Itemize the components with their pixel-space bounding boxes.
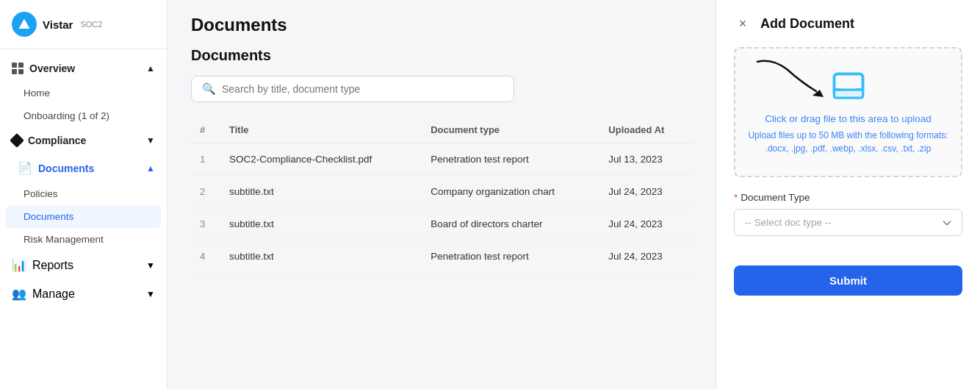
documents-table: # Title Document type Uploaded At 1 SOC2… [191,117,692,273]
row-uploaded: Jul 24, 2023 [599,176,692,208]
compliance-label: Compliance [28,135,86,146]
sidebar-item-documents-child[interactable]: Documents [6,205,161,228]
chevron-up-icon-2: ▲ [146,163,155,174]
table-row: 1 SOC2-Compliance-Checklist.pdf Penetrat… [191,143,692,176]
row-type: Penetration test report [422,143,599,176]
doc-type-label: * Document Type [734,192,962,203]
svg-rect-3 [834,90,862,98]
sidebar-item-home[interactable]: Home [0,82,167,104]
row-uploaded: Jul 24, 2023 [599,240,692,273]
grid-icon [12,63,24,74]
search-bar[interactable]: 🔍 [191,76,514,102]
row-title: subtitle.txt [220,240,422,273]
upload-zone[interactable]: Click or drag file to this area to uploa… [734,47,962,177]
section-title: Documents [191,47,692,64]
table-row: 2 subtitle.txt Company organization char… [191,176,692,208]
sidebar-nav: Overview ▲ Home Onboarding (1 of 2) Comp… [0,49,167,389]
row-type: Penetration test report [422,240,599,273]
doc-type-select[interactable]: -- Select doc type -- [734,209,962,236]
row-num: 3 [191,208,220,240]
required-star: * [734,192,738,203]
row-num: 1 [191,143,220,176]
logo-name: Vistar [43,18,73,31]
logo-badge: SOC2 [80,20,102,29]
sidebar-item-manage[interactable]: 👥 Manage ▼ [0,279,167,308]
add-document-panel: × Add Document Click or drag file to thi… [716,0,980,389]
submit-button[interactable]: Submit [734,265,962,296]
sidebar-item-documents-parent[interactable]: 📄 Documents ▲ [0,154,167,182]
row-uploaded: Jul 13, 2023 [599,143,692,176]
col-doc-type: Document type [422,117,599,143]
chevron-down-icon-2: ▼ [146,260,155,271]
documents-parent-label: Documents [38,163,94,174]
sidebar-item-reports[interactable]: 📊 Reports ▼ [0,251,167,279]
table-header-row: # Title Document type Uploaded At [191,117,692,143]
page-title: Documents [191,15,692,35]
search-input[interactable] [222,83,503,95]
sidebar-item-policies[interactable]: Policies [0,182,167,205]
row-title: subtitle.txt [220,208,422,240]
chevron-down-icon: ▼ [146,135,155,146]
svg-marker-0 [19,19,30,29]
row-num: 4 [191,240,220,273]
people-icon: 👥 [12,287,26,301]
inbox-icon [829,69,868,107]
sidebar-item-onboarding[interactable]: Onboarding (1 of 2) [0,104,167,127]
sidebar-item-compliance[interactable]: Compliance ▼ [0,127,167,154]
search-icon: 🔍 [202,82,216,96]
row-num: 2 [191,176,220,208]
row-uploaded: Jul 24, 2023 [599,208,692,240]
chart-icon: 📊 [12,258,26,272]
upload-secondary-text: Upload files up to 50 MB with the follow… [747,129,949,155]
upload-icon-container [747,69,949,107]
reports-label: Reports [32,259,73,272]
document-icon: 📄 [18,161,32,175]
overview-label: Overview [29,63,75,74]
row-title: subtitle.txt [220,176,422,208]
col-uploaded: Uploaded At [599,117,692,143]
sidebar-item-risk-management[interactable]: Risk Management [0,228,167,251]
manage-label: Manage [32,288,75,301]
logo-icon [12,12,37,37]
col-title: Title [220,117,422,143]
col-num: # [191,117,220,143]
row-title: SOC2-Compliance-Checklist.pdf [220,143,422,176]
doc-type-select-wrapper: -- Select doc type -- [734,209,962,251]
row-type: Company organization chart [422,176,599,208]
close-button[interactable]: × [734,15,752,32]
documents-section: Documents 🔍 # Title Document type Upload… [167,47,716,290]
diamond-icon [10,133,24,148]
sidebar-item-overview[interactable]: Overview ▲ [0,55,167,82]
table-row: 4 subtitle.txt Penetration test report J… [191,240,692,273]
doc-type-section: * Document Type -- Select doc type -- [734,192,962,265]
main-content: Documents Documents 🔍 # Title Document t… [167,0,716,389]
logo-area: Vistar SOC2 [0,0,167,49]
chevron-up-icon: ▲ [146,63,155,74]
sidebar: Vistar SOC2 Overview ▲ Home Onboarding (… [0,0,167,389]
page-header: Documents [167,0,716,47]
chevron-down-icon-3: ▼ [146,289,155,299]
table-row: 3 subtitle.txt Board of directors charte… [191,208,692,240]
panel-header: × Add Document [734,15,962,32]
row-type: Board of directors charter [422,208,599,240]
panel-title: Add Document [760,16,854,32]
upload-primary-text: Click or drag file to this area to uploa… [747,113,949,124]
